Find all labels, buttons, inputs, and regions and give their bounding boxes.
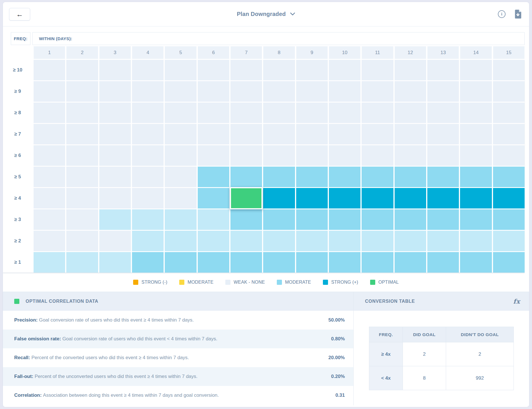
heatmap-cell-r3-c5[interactable] (165, 209, 196, 230)
heatmap-cell-r6-c6[interactable] (198, 145, 229, 166)
heatmap-cell-r10-c10[interactable] (329, 60, 360, 80)
heatmap-cell-r8-c14[interactable] (460, 103, 492, 123)
heatmap-cell-r8-c15[interactable] (493, 103, 525, 123)
heatmap-cell-r4-c14[interactable] (460, 188, 492, 208)
heatmap-cell-r2-c5[interactable] (165, 231, 196, 251)
heatmap-cell-r9-c10[interactable] (329, 81, 360, 102)
heatmap-cell-r1-c13[interactable] (427, 252, 459, 273)
heatmap-cell-r7-c9[interactable] (296, 124, 328, 144)
heatmap-cell-r7-c7[interactable] (230, 124, 262, 144)
heatmap-cell-r9-c7[interactable] (230, 81, 262, 102)
heatmap-cell-r10-c7[interactable] (230, 60, 262, 80)
heatmap-cell-r8-c3[interactable] (99, 103, 131, 123)
heatmap-cell-r1-c2[interactable] (66, 252, 98, 273)
heatmap-cell-r1-c3[interactable] (99, 252, 131, 273)
heatmap-cell-r6-c8[interactable] (263, 145, 295, 166)
heatmap-cell-r10-c15[interactable] (493, 60, 525, 80)
heatmap-cell-r10-c3[interactable] (99, 60, 131, 80)
formula-fx-icon[interactable]: fx (513, 298, 520, 305)
heatmap-cell-r5-c6[interactable] (198, 167, 229, 187)
heatmap-cell-r10-c12[interactable] (395, 60, 426, 80)
heatmap-cell-r3-c12[interactable] (395, 209, 426, 230)
heatmap-cell-r8-c8[interactable] (263, 103, 295, 123)
heatmap-cell-r5-c13[interactable] (427, 167, 459, 187)
heatmap-cell-r7-c13[interactable] (427, 124, 459, 144)
heatmap-cell-r5-c10[interactable] (329, 167, 360, 187)
heatmap-cell-r1-c4[interactable] (132, 252, 164, 273)
heatmap-cell-r5-c2[interactable] (66, 167, 98, 187)
heatmap-cell-r9-c6[interactable] (198, 81, 229, 102)
heatmap-cell-r3-c8[interactable] (263, 209, 295, 230)
heatmap-cell-r5-c1[interactable] (34, 167, 65, 187)
heatmap-cell-r1-c12[interactable] (395, 252, 426, 273)
heatmap-cell-r7-c2[interactable] (66, 124, 98, 144)
heatmap-cell-r4-c4[interactable] (132, 188, 164, 208)
heatmap-cell-r7-c14[interactable] (460, 124, 492, 144)
heatmap-cell-r9-c12[interactable] (395, 81, 426, 102)
heatmap-cell-r4-c13[interactable] (427, 188, 459, 208)
heatmap-cell-r8-c4[interactable] (132, 103, 164, 123)
heatmap-cell-r7-c5[interactable] (165, 124, 196, 144)
heatmap-cell-r4-c7[interactable] (230, 188, 262, 208)
heatmap-cell-r4-c9[interactable] (296, 188, 328, 208)
heatmap-cell-r3-c6[interactable] (198, 209, 229, 230)
heatmap-cell-r2-c1[interactable] (34, 231, 65, 251)
heatmap-cell-r2-c12[interactable] (395, 231, 426, 251)
heatmap-cell-r4-c11[interactable] (362, 188, 393, 208)
heatmap-cell-r3-c11[interactable] (362, 209, 393, 230)
heatmap-cell-r5-c12[interactable] (395, 167, 426, 187)
heatmap-cell-r1-c10[interactable] (329, 252, 360, 273)
heatmap-cell-r5-c8[interactable] (263, 167, 295, 187)
heatmap-cell-r8-c12[interactable] (395, 103, 426, 123)
heatmap-cell-r1-c11[interactable] (362, 252, 393, 273)
heatmap-cell-r7-c4[interactable] (132, 124, 164, 144)
heatmap-cell-r10-c5[interactable] (165, 60, 196, 80)
heatmap-cell-r4-c6[interactable] (198, 188, 229, 208)
heatmap-cell-r3-c13[interactable] (427, 209, 459, 230)
heatmap-cell-r7-c6[interactable] (198, 124, 229, 144)
heatmap-cell-r10-c13[interactable] (427, 60, 459, 80)
download-icon[interactable] (514, 10, 522, 19)
heatmap-cell-r1-c7[interactable] (230, 252, 262, 273)
heatmap-cell-r6-c14[interactable] (460, 145, 492, 166)
heatmap-cell-r3-c9[interactable] (296, 209, 328, 230)
heatmap-cell-r10-c11[interactable] (362, 60, 393, 80)
heatmap-cell-r5-c14[interactable] (460, 167, 492, 187)
heatmap-cell-r5-c4[interactable] (132, 167, 164, 187)
heatmap-cell-r4-c5[interactable] (165, 188, 196, 208)
heatmap-cell-r7-c12[interactable] (395, 124, 426, 144)
event-selector[interactable]: Plan Downgraded (237, 11, 295, 17)
optimal-cell[interactable] (230, 187, 263, 209)
heatmap-cell-r10-c1[interactable] (34, 60, 65, 80)
heatmap-cell-r7-c1[interactable] (34, 124, 65, 144)
heatmap-cell-r10-c6[interactable] (198, 60, 229, 80)
heatmap-cell-r5-c5[interactable] (165, 167, 196, 187)
heatmap-cell-r5-c11[interactable] (362, 167, 393, 187)
heatmap-cell-r2-c7[interactable] (230, 231, 262, 251)
heatmap-cell-r1-c1[interactable] (34, 252, 65, 273)
heatmap-cell-r9-c15[interactable] (493, 81, 525, 102)
heatmap-cell-r3-c15[interactable] (493, 209, 525, 230)
heatmap-cell-r2-c10[interactable] (329, 231, 360, 251)
heatmap-cell-r9-c11[interactable] (362, 81, 393, 102)
heatmap-cell-r3-c3[interactable] (99, 209, 131, 230)
heatmap-cell-r3-c1[interactable] (34, 209, 65, 230)
heatmap-cell-r8-c2[interactable] (66, 103, 98, 123)
heatmap-cell-r2-c8[interactable] (263, 231, 295, 251)
heatmap-cell-r4-c1[interactable] (34, 188, 65, 208)
heatmap-cell-r1-c9[interactable] (296, 252, 328, 273)
heatmap-cell-r9-c3[interactable] (99, 81, 131, 102)
heatmap-cell-r6-c7[interactable] (230, 145, 262, 166)
heatmap-cell-r1-c5[interactable] (165, 252, 196, 273)
heatmap-cell-r4-c2[interactable] (66, 188, 98, 208)
heatmap-cell-r5-c3[interactable] (99, 167, 131, 187)
heatmap-cell-r9-c5[interactable] (165, 81, 196, 102)
heatmap-cell-r2-c6[interactable] (198, 231, 229, 251)
heatmap-cell-r4-c10[interactable] (329, 188, 360, 208)
heatmap-cell-r5-c15[interactable] (493, 167, 525, 187)
heatmap-cell-r8-c5[interactable] (165, 103, 196, 123)
heatmap-cell-r8-c13[interactable] (427, 103, 459, 123)
heatmap-cell-r4-c8[interactable] (263, 188, 295, 208)
heatmap-cell-r4-c3[interactable] (99, 188, 131, 208)
heatmap-cell-r8-c10[interactable] (329, 103, 360, 123)
